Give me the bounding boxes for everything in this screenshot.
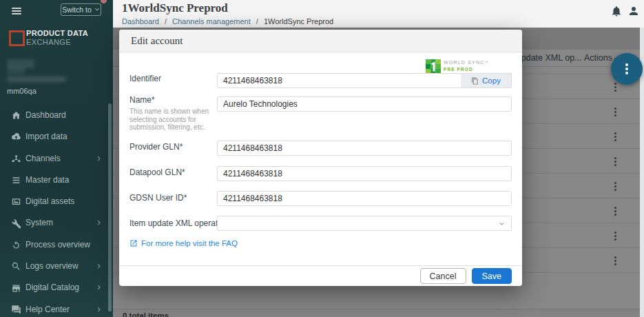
store-icon	[11, 283, 21, 294]
sidebar-item-dashboard[interactable]: Dashboard	[0, 105, 113, 126]
copy-button[interactable]: Copy	[461, 74, 511, 88]
notifications-bell-icon[interactable]	[610, 5, 623, 17]
search-icon	[11, 261, 21, 272]
redacted-user-email	[7, 76, 66, 82]
datapool-gln-input[interactable]	[217, 166, 512, 181]
page-header: 1WorldSync Preprod Dashboard / Channels …	[113, 0, 644, 28]
sidebar-item-system[interactable]: System ›	[0, 212, 113, 234]
brand-line1: PRODUCT DATA	[26, 29, 88, 37]
chevron-down-icon	[94, 8, 100, 12]
breadcrumb-current: 1WorldSync Preprod	[264, 17, 333, 25]
faq-link[interactable]: For more help visit the FAQ	[129, 239, 238, 247]
switch-to-button[interactable]: Switch to	[61, 3, 101, 16]
datapool-gln-label: Datapool GLN*	[129, 167, 185, 177]
sidebar-item-logs-overview[interactable]: Logs overview ›	[0, 256, 113, 277]
hub-icon	[11, 154, 21, 164]
sidebar-item-process-overview[interactable]: Process overview	[0, 234, 113, 256]
oneworldsync-environment: PRE PROD	[444, 67, 473, 72]
item-update-xml-select[interactable]	[217, 216, 512, 231]
sidebar-item-digital-catalog[interactable]: Digital Catalog ›	[0, 277, 113, 298]
pdx-logo-icon	[9, 30, 25, 46]
oneworldsync-logo: WORLD SYNC™ PRE PROD	[426, 59, 512, 74]
breadcrumb-separator: /	[165, 17, 167, 25]
user-profile-icon[interactable]	[627, 5, 640, 17]
breadcrumb-dashboard[interactable]: Dashboard	[122, 17, 159, 25]
app-root: 1WorldSync Preprod Dashboard / Channels …	[0, 0, 644, 317]
sidebar-item-import-data[interactable]: Import data	[0, 126, 113, 147]
add-account-fab[interactable]	[611, 53, 643, 85]
list-icon	[11, 175, 21, 185]
notification-dot	[101, 0, 107, 3]
name-input[interactable]	[217, 96, 512, 112]
identifier-field-group: Copy	[217, 73, 512, 88]
provider-gln-input[interactable]	[217, 141, 512, 156]
chevron-right-icon: ›	[97, 148, 101, 168]
hamburger-menu-icon[interactable]	[12, 8, 21, 14]
breadcrumb-separator: /	[256, 17, 258, 25]
external-link-icon	[129, 239, 138, 247]
sidebar-item-channels[interactable]: Channels ›	[0, 148, 113, 170]
modal-header: Edit account	[119, 30, 522, 52]
modal-footer: Cancel Save	[119, 265, 522, 286]
sidebar-username: mm06qa	[7, 87, 37, 95]
oneworldsync-wordmark: WORLD SYNC™	[444, 60, 489, 65]
sidebar: Switch to PRODUCT DATA EXCHANGE mm06qa D…	[0, 0, 113, 317]
sidebar-menu: Dashboard Import data Channels › Mast	[0, 105, 113, 317]
page-title: 1WorldSync Preprod	[122, 1, 228, 15]
chat-icon	[11, 305, 21, 315]
name-help-text: This name is shown when selecting accoun…	[129, 108, 214, 132]
breadcrumb: Dashboard / Channels management / 1World…	[122, 17, 333, 25]
kebab-menu-icon	[625, 68, 628, 70]
home-icon	[11, 110, 21, 121]
edit-account-modal: Edit account WORLD SYNC™ PRE PROD Identi…	[119, 30, 522, 286]
name-label: Name*	[129, 95, 155, 105]
chevron-right-icon: ›	[97, 256, 101, 276]
modal-title: Edit account	[131, 30, 183, 52]
provider-gln-label: Provider GLN*	[129, 142, 183, 152]
chevron-right-icon: ›	[97, 299, 101, 317]
item-update-xml-label: Item update XML operation	[129, 218, 229, 228]
cloud-upload-icon	[11, 132, 21, 142]
copy-icon	[471, 77, 479, 85]
sidebar-item-digital-assets[interactable]: Digital assets	[0, 191, 113, 212]
chevron-down-icon	[497, 219, 506, 228]
save-button[interactable]: Save	[472, 268, 512, 284]
sync-icon	[11, 240, 21, 250]
gdsn-user-id-label: GDSN User ID*	[129, 193, 187, 203]
identifier-label: Identifier	[129, 74, 161, 83]
breadcrumb-channels-management[interactable]: Channels management	[172, 17, 251, 25]
sidebar-item-master-data[interactable]: Master data	[0, 170, 113, 191]
cancel-button[interactable]: Cancel	[420, 268, 466, 284]
chevron-right-icon: ›	[97, 277, 101, 297]
brand-line2: EXCHANGE	[26, 38, 71, 46]
sidebar-item-help-center[interactable]: Help Center ›	[0, 299, 113, 317]
redacted-user-block	[7, 67, 25, 74]
sidebar-scrollbar[interactable]	[108, 103, 112, 311]
image-icon	[11, 196, 21, 207]
oneworldsync-mosaic-icon	[426, 59, 441, 74]
wrench-icon	[11, 218, 21, 229]
chevron-right-icon: ›	[97, 212, 101, 232]
gdsn-user-id-input[interactable]	[217, 191, 512, 206]
identifier-input[interactable]	[218, 74, 461, 88]
